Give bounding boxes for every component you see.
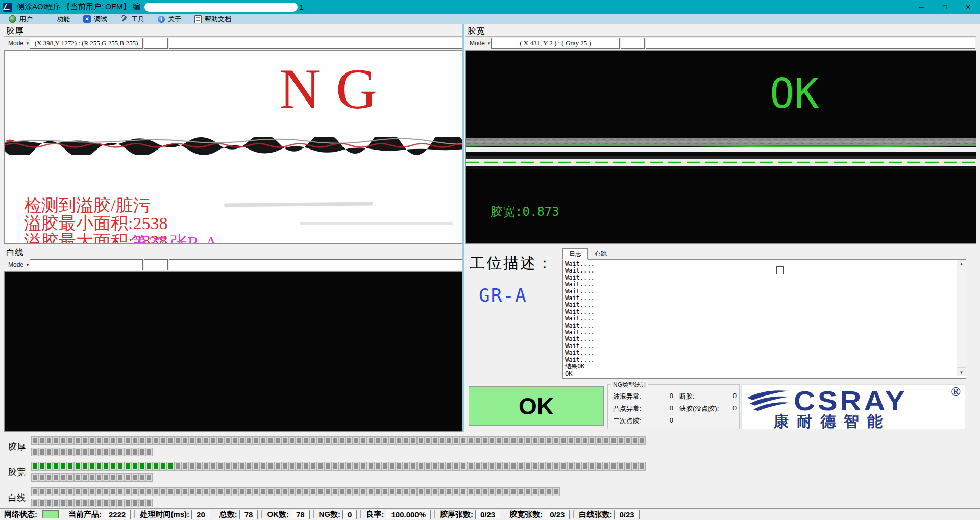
log-line: Wait.... bbox=[563, 309, 966, 315]
scroll-up-icon[interactable]: ▲ bbox=[957, 260, 966, 268]
progress-cell bbox=[525, 437, 531, 444]
ng-stat-label: 断胶: bbox=[679, 392, 695, 401]
log-line: Wait.... bbox=[563, 315, 966, 322]
glue-thickness-mode-dropdown[interactable]: Mode ▼ bbox=[6, 38, 32, 48]
progress-cell bbox=[625, 437, 631, 444]
menu-item-tools[interactable]: 工具 bbox=[114, 14, 151, 24]
progress-cell bbox=[103, 462, 109, 470]
status-bar: 网络状态: 当前产品:2222处理时间(ms):20总数:78OK数:78NG数… bbox=[0, 508, 980, 520]
glue-width-long-field[interactable] bbox=[646, 38, 975, 49]
result-ok-button[interactable]: OK bbox=[469, 386, 604, 426]
progress-cell bbox=[496, 488, 502, 496]
mode-label: Mode bbox=[470, 40, 485, 47]
menu-item-user[interactable]: 用户 bbox=[2, 14, 39, 24]
log-line: Wait.... bbox=[563, 302, 966, 308]
white-line-mode-dropdown[interactable]: Mode ▼ bbox=[6, 260, 32, 270]
menu-item-help[interactable]: 帮助文档 bbox=[188, 14, 238, 24]
ng-stat-value: 0 bbox=[670, 404, 673, 413]
vertical-splitter[interactable] bbox=[462, 24, 464, 432]
user-icon bbox=[9, 15, 16, 23]
tab-heartbeat[interactable]: 心跳 bbox=[588, 248, 614, 260]
divider bbox=[313, 510, 314, 518]
progress-cell bbox=[432, 437, 438, 444]
maximize-button[interactable]: □ bbox=[933, 0, 957, 14]
log-scrollbar[interactable]: ▲ ▼ bbox=[957, 260, 966, 376]
image-smudge bbox=[300, 222, 453, 225]
progress-cell bbox=[75, 462, 81, 470]
glue-thickness-image[interactable]: NG 检测到溢胶/脏污 溢胶最小面积:2538 溢胶最大面积:2838 第37 … bbox=[4, 50, 463, 244]
progress-cell bbox=[396, 437, 402, 444]
progress-cell bbox=[96, 474, 102, 481]
progress-cell bbox=[532, 462, 538, 470]
progress-row-glue-thickness-2 bbox=[32, 448, 152, 456]
tab-log[interactable]: 日志 bbox=[562, 248, 588, 260]
progress-cell bbox=[639, 462, 645, 470]
log-list[interactable]: Wait....Wait....Wait....Wait....Wait....… bbox=[562, 259, 966, 379]
progress-cell bbox=[453, 462, 459, 470]
close-button[interactable]: ✕ bbox=[957, 0, 980, 14]
status-label-current-product: 当前产品: bbox=[68, 510, 102, 519]
progress-cell bbox=[67, 448, 74, 456]
progress-cell bbox=[82, 474, 88, 481]
progress-cell bbox=[289, 462, 295, 470]
progress-cell bbox=[282, 462, 288, 470]
mode-label: Mode bbox=[8, 40, 23, 47]
status-value-process-time: 20 bbox=[191, 510, 210, 519]
glue-width-mode-dropdown[interactable]: Mode ▼ bbox=[468, 38, 493, 48]
log-line: Wait.... bbox=[563, 281, 966, 288]
log-checkbox[interactable] bbox=[776, 266, 784, 274]
panel-white-line-title: 白线 bbox=[6, 246, 23, 258]
ng-stats-groupbox: NG类型统计 波浪异常:0凸点异常:0二次点胶:0 断胶:0缺胶(没点胶):0 bbox=[607, 384, 740, 429]
divider bbox=[214, 510, 214, 518]
progress-cell bbox=[225, 462, 231, 470]
white-line-readout-field[interactable] bbox=[30, 259, 143, 270]
progress-cell bbox=[453, 437, 459, 444]
progress-cell bbox=[239, 462, 245, 470]
progress-cell bbox=[539, 462, 545, 470]
progress-cell bbox=[139, 474, 145, 481]
white-line-image[interactable] bbox=[4, 271, 463, 432]
menu-item-about[interactable]: 关于 bbox=[151, 14, 188, 24]
progress-cell bbox=[317, 437, 324, 444]
menu-item-function[interactable]: 功能 bbox=[39, 14, 77, 24]
progress-cell bbox=[103, 488, 109, 496]
progress-cell bbox=[503, 462, 509, 470]
progress-cell bbox=[139, 448, 145, 456]
ng-stat-label: 缺胶(没点胶): bbox=[679, 404, 719, 413]
progress-cell bbox=[275, 462, 281, 470]
brand-logo: CSRAY ® 康耐德智能 bbox=[741, 384, 965, 429]
white-line-small-field[interactable] bbox=[144, 259, 168, 270]
progress-cell bbox=[603, 462, 609, 470]
glue-width-pixel-readout[interactable]: ( X 431, Y 2 ) : ( Gray 25 ) bbox=[491, 38, 620, 49]
progress-cell bbox=[146, 488, 152, 496]
progress-cell bbox=[203, 462, 209, 470]
glue-thickness-long-field[interactable] bbox=[169, 38, 462, 49]
progress-cell bbox=[589, 462, 595, 470]
glue-width-image[interactable]: OK 胶宽:0.873 bbox=[465, 50, 976, 244]
glue-width-small-field[interactable] bbox=[621, 38, 645, 49]
progress-cell bbox=[439, 462, 445, 470]
glue-thickness-small-field[interactable] bbox=[144, 38, 168, 49]
progress-cell bbox=[425, 437, 431, 444]
progress-cell bbox=[375, 488, 381, 496]
glue-width-toolbar: Mode ▼ ( X 431, Y 2 ) : ( Gray 25 ) bbox=[465, 38, 976, 49]
progress-cell bbox=[246, 437, 252, 444]
progress-cell bbox=[82, 499, 88, 507]
scroll-down-icon[interactable]: ▼ bbox=[957, 367, 966, 376]
progress-cell bbox=[125, 499, 131, 507]
progress-cell bbox=[432, 462, 438, 470]
status-label-width-frames: 胶宽张数: bbox=[509, 510, 543, 519]
menu-item-debug[interactable]: 调试 bbox=[77, 14, 114, 24]
progress-cell bbox=[468, 488, 474, 496]
progress-cell bbox=[439, 437, 445, 444]
progress-cell bbox=[217, 437, 224, 444]
progress-cell bbox=[339, 437, 345, 444]
white-line-long-field[interactable] bbox=[169, 259, 462, 270]
progress-cell bbox=[32, 462, 38, 470]
glue-thickness-pixel-readout[interactable]: (X 398,Y 1272) : (R 255,G 255,B 255) bbox=[30, 38, 143, 49]
menu-item-label: 功能 bbox=[57, 15, 70, 24]
minimize-button[interactable]: ─ bbox=[910, 0, 933, 14]
progress-row-white-line-2 bbox=[32, 499, 152, 507]
progress-cell bbox=[89, 437, 95, 444]
log-line: Wait.... bbox=[563, 267, 966, 274]
